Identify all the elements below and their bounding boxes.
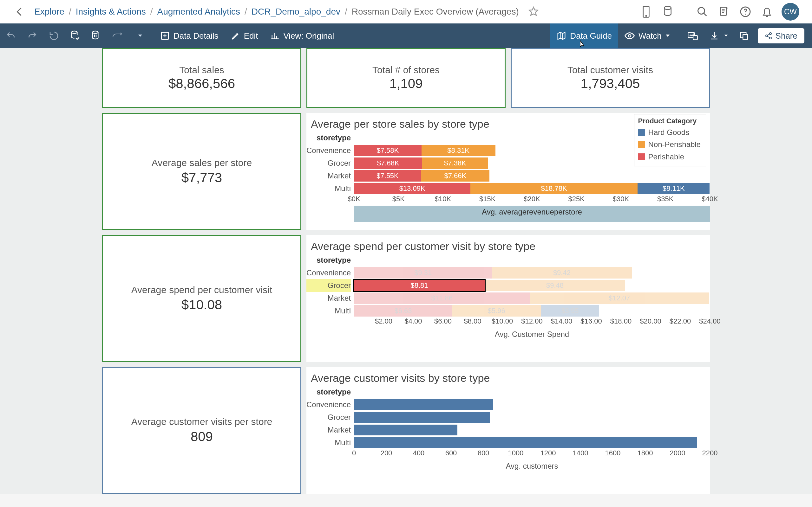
breadcrumb-link[interactable]: Explore	[34, 7, 64, 17]
bar-segment[interactable]: $5.96	[452, 305, 541, 317]
kpi-title: Total sales	[179, 65, 224, 75]
edit-button[interactable]: Edit	[225, 23, 264, 48]
device-preview-icon[interactable]	[639, 5, 653, 19]
bar-segment[interactable]: $9.42	[492, 267, 631, 279]
search-icon[interactable]	[695, 5, 709, 19]
svg-point-2	[664, 6, 671, 10]
share-label: Share	[775, 31, 798, 41]
svg-point-12	[628, 35, 631, 37]
breadcrumb: Explore/ Insights & Actions/ Augmented A…	[34, 7, 519, 17]
side-kpi-title: Average spend per customer visit	[131, 285, 272, 295]
bar-segment[interactable]: $7.68K	[354, 158, 422, 169]
x-axis-title: Avg. Customer Spend	[354, 328, 710, 342]
bar-segment[interactable]: $7.66K	[421, 170, 490, 181]
bar-segment[interactable]: $8.31K	[421, 145, 496, 156]
revert-button[interactable]	[43, 23, 65, 48]
view-button[interactable]: View: Original	[264, 23, 340, 48]
undo-button[interactable]	[0, 23, 21, 48]
bar[interactable]	[354, 412, 490, 423]
redo-button[interactable]	[21, 23, 43, 48]
plot-area[interactable]: 0200400600800100012001400160018002000220…	[354, 386, 710, 460]
kpi-value: 1,109	[389, 76, 422, 91]
kpi-card[interactable]: Total # of stores 1,109	[306, 48, 506, 108]
favorite-star-icon[interactable]	[526, 5, 541, 19]
data-guide-button[interactable]: Data Guide	[550, 23, 618, 48]
bar-row[interactable]: $7.55K$7.66K	[354, 170, 710, 182]
bar-segment[interactable]: $18.78K	[470, 183, 638, 194]
svg-rect-4	[721, 7, 726, 15]
breadcrumb-current: Rossman Daily Exec Overview (Averages)	[352, 7, 519, 17]
refresh-data-icon[interactable]	[65, 23, 86, 48]
back-arrow-icon[interactable]	[13, 5, 27, 19]
breadcrumb-link[interactable]: Augmented Analytics	[157, 7, 241, 17]
side-kpi-card[interactable]: Average sales per store $7,773	[102, 113, 301, 230]
watch-button[interactable]: Watch	[618, 23, 676, 48]
chart-panel[interactable]: Average per store sales by store type Pr…	[306, 113, 710, 230]
avatar[interactable]: CW	[781, 3, 799, 20]
fullscreen-button[interactable]	[734, 23, 755, 48]
pause-data-icon[interactable]	[86, 23, 107, 48]
bar-segment[interactable]: $3.95	[541, 305, 600, 317]
help-icon[interactable]	[739, 5, 752, 19]
edit-label: Edit	[244, 31, 258, 41]
bar[interactable]	[354, 399, 493, 410]
bar-row[interactable]: $6.63$5.96$3.95	[354, 304, 710, 317]
chart-bars: storetypeConvenienceGrocerMarketMulti$9.…	[306, 254, 710, 328]
bar-segment[interactable]: $7.38K	[422, 158, 488, 169]
bar-row[interactable]: $13.09K$18.78K$8.11K	[354, 182, 710, 195]
bar-segment[interactable]: $8.11K	[638, 183, 710, 194]
bar-row[interactable]: $9.31$9.42	[354, 267, 710, 279]
plot-area[interactable]: $9.31$9.42$8.81$9.48$11.86$12.07$6.63$5.…	[354, 254, 710, 328]
svg-point-7	[745, 14, 746, 14]
dashboard-row: Average spend per customer visit $10.08A…	[102, 235, 710, 362]
bar-row[interactable]: $11.86$12.07	[354, 292, 710, 304]
breadcrumb-link[interactable]: Insights & Actions	[76, 7, 146, 17]
bar-segment[interactable]: $7.55K	[354, 170, 421, 181]
share-button[interactable]: Share	[758, 28, 804, 43]
breadcrumb-link[interactable]: DCR_Demo_alpo_dev	[252, 7, 340, 17]
metrics-icon[interactable]	[681, 23, 704, 48]
bar-segment[interactable]: $9.31	[354, 267, 492, 279]
bar-segment[interactable]: $7.58K	[354, 145, 421, 156]
y-axis-labels: storetypeConvenienceGrocerMarketMulti	[306, 386, 354, 460]
bar-row[interactable]	[354, 398, 710, 411]
kpi-card[interactable]: Total customer visits 1,793,405	[511, 48, 710, 108]
bar-segment[interactable]: $12.07	[530, 292, 709, 304]
eye-icon	[624, 32, 635, 40]
bar-segment[interactable]: $8.81	[354, 280, 485, 291]
bar-segment[interactable]: $9.48	[485, 280, 625, 291]
dashboard-row: Average sales per store $7,773Average pe…	[102, 113, 710, 230]
data-source-icon[interactable]	[661, 5, 675, 19]
bar-row[interactable]	[354, 436, 710, 449]
svg-point-5	[726, 7, 727, 9]
chart-panel[interactable]: Average spend per customer visit by stor…	[306, 235, 710, 362]
side-kpi-card[interactable]: Average spend per customer visit $10.08	[102, 235, 301, 362]
view-label: View: Original	[283, 31, 334, 41]
bar-segment[interactable]: $11.86	[354, 292, 530, 304]
notifications-icon[interactable]	[760, 5, 774, 19]
side-kpi-card[interactable]: Average customer visits per store 809	[102, 367, 301, 494]
bar[interactable]	[354, 425, 457, 435]
bar-row[interactable]	[354, 424, 710, 436]
download-button[interactable]	[704, 23, 734, 48]
data-details-button[interactable]: Data Details	[154, 23, 225, 48]
bar-row[interactable]: $7.68K$7.38K	[354, 157, 710, 170]
chart-panel[interactable]: Average customer visits by store type st…	[306, 367, 710, 494]
map-icon	[557, 31, 566, 41]
chevron-down-icon	[665, 34, 670, 38]
replay-dropdown-icon[interactable]	[132, 23, 148, 48]
y-axis-labels: storetypeConvenienceGrocerMarketMulti	[306, 254, 354, 328]
bar-row[interactable]	[354, 411, 710, 424]
bar-segment[interactable]: $6.63	[354, 305, 452, 317]
bar-row[interactable]: $7.58K$8.31K	[354, 144, 710, 157]
note-icon[interactable]	[717, 5, 731, 19]
bar[interactable]	[354, 437, 697, 448]
bar-row[interactable]: $8.81$9.48	[354, 279, 710, 292]
replay-icon[interactable]	[107, 23, 132, 48]
bar-segment[interactable]: $13.09K	[354, 183, 470, 194]
kpi-card[interactable]: Total sales $8,866,566	[102, 48, 301, 108]
plot-area[interactable]: $7.58K$8.31K$7.68K$7.38K$7.55K$7.66K$13.…	[354, 131, 710, 206]
svg-point-17	[766, 35, 768, 37]
x-axis-title: Avg. customers	[354, 460, 710, 474]
svg-point-1	[646, 15, 647, 16]
